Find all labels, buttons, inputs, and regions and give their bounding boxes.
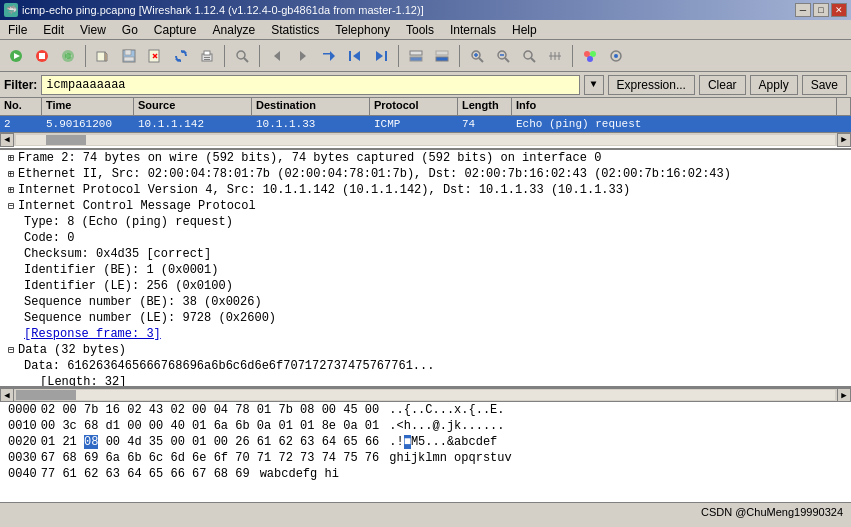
hex-row-3: 0030 67 68 69 6a 6b 6c 6d 6e 6f 70 71 72… (0, 450, 851, 466)
detail-id-le: Identifier (LE): 256 (0x0100) (0, 278, 851, 294)
svg-rect-33 (436, 51, 448, 55)
status-right: CSDN @ChuMeng19990324 (701, 506, 843, 518)
open-file-button[interactable] (91, 44, 115, 68)
maximize-button[interactable]: □ (813, 3, 829, 17)
response-frame-link[interactable]: [Response frame: 3] (24, 327, 161, 341)
code-text: Code: 0 (24, 231, 74, 245)
hex-bytes-3: 67 68 69 6a 6b 6c 6d 6e 6f 70 71 72 73 7… (41, 451, 379, 465)
detail-response-frame[interactable]: [Response frame: 3] (0, 326, 851, 342)
detail-frame[interactable]: ⊞ Frame 2: 74 bytes on wire (592 bits), … (0, 150, 851, 166)
close-button[interactable]: ✕ (831, 3, 847, 17)
col-length: Length (458, 98, 512, 115)
filter-input[interactable] (41, 75, 579, 95)
svg-marker-23 (274, 51, 280, 61)
zoom-in-button[interactable] (465, 44, 489, 68)
colorize-button[interactable] (578, 44, 602, 68)
col-destination: Destination (252, 98, 370, 115)
stop-capture-button[interactable] (30, 44, 54, 68)
packet-list-scrollbar-x[interactable]: ◀ ▶ (0, 132, 851, 146)
detail-ethernet[interactable]: ⊞ Ethernet II, Src: 02:00:04:78:01:7b (0… (0, 166, 851, 182)
clear-button[interactable]: Clear (699, 75, 746, 95)
hex-ascii-1: .<h...@.jk...... (389, 419, 504, 433)
col-source: Source (134, 98, 252, 115)
separator-3 (259, 45, 260, 67)
detail-scroll-thumb[interactable] (16, 390, 76, 400)
scroll-left-arrow[interactable]: ◀ (0, 133, 14, 147)
resize-columns-button[interactable] (543, 44, 567, 68)
restart-capture-button[interactable] (56, 44, 80, 68)
minimize-button[interactable]: ─ (795, 3, 811, 17)
menu-capture[interactable]: Capture (146, 20, 205, 39)
hex-bytes-1: 00 3c 68 d1 00 00 40 01 6a 6b 0a 01 01 8… (41, 419, 379, 433)
hex-ascii-0: ..{..C...x.{..E. (389, 403, 504, 417)
detail-scrollbar-x[interactable]: ◀ ▶ (0, 388, 851, 402)
icmp-expand-icon: ⊟ (8, 200, 14, 212)
checksum-text: Checksum: 0x4d35 [correct] (24, 247, 211, 261)
save-button[interactable]: Save (802, 75, 847, 95)
type-text: Type: 8 (Echo (ping) request) (24, 215, 233, 229)
detail-scroll-left[interactable]: ◀ (0, 388, 14, 402)
print-button[interactable] (195, 44, 219, 68)
scroll-right-arrow[interactable]: ▶ (837, 133, 851, 147)
packet-list: No. Time Source Destination Protocol Len… (0, 98, 851, 150)
expression-button[interactable]: Expression... (608, 75, 695, 95)
separator-1 (85, 45, 86, 67)
first-packet-button[interactable] (343, 44, 367, 68)
hex-row-2: 0020 01 21 08 00 4d 35 00 01 00 26 61 62… (0, 434, 851, 450)
save-file-button[interactable] (117, 44, 141, 68)
data-header-text: Data (32 bytes) (18, 343, 126, 357)
capture-options-button[interactable] (604, 44, 628, 68)
hex-ascii-2: .!■M5...&abcdef (389, 435, 497, 449)
svg-rect-11 (124, 57, 134, 61)
menu-help[interactable]: Help (504, 20, 545, 39)
svg-line-36 (479, 58, 483, 62)
menu-tools[interactable]: Tools (398, 20, 442, 39)
svg-point-52 (614, 54, 618, 58)
detail-data-header[interactable]: ⊟ Data (32 bytes) (0, 342, 851, 358)
toggle-capture-button[interactable] (404, 44, 428, 68)
close-file-button[interactable] (143, 44, 167, 68)
normal-size-button[interactable] (517, 44, 541, 68)
detail-scroll-track[interactable] (16, 390, 835, 400)
hex-offset-4: 0040 (8, 467, 37, 481)
menu-statistics[interactable]: Statistics (263, 20, 327, 39)
apply-button[interactable]: Apply (750, 75, 798, 95)
packet-row-1[interactable]: 2 5.90161200 10.1.1.142 10.1.1.33 ICMP 7… (0, 116, 851, 132)
hex-ascii-4: wabcdefg hi (260, 467, 339, 481)
scroll-track-x[interactable] (16, 135, 835, 145)
frame-text: Frame 2: 74 bytes on wire (592 bits), 74… (18, 151, 601, 165)
menu-go[interactable]: Go (114, 20, 146, 39)
detail-scroll-right[interactable]: ▶ (837, 388, 851, 402)
go-forward-button[interactable] (291, 44, 315, 68)
reload-button[interactable] (169, 44, 193, 68)
menu-file[interactable]: File (0, 20, 35, 39)
scroll-thumb-x[interactable] (46, 135, 86, 145)
last-packet-button[interactable] (369, 44, 393, 68)
detail-data-length: [Length: 32] (0, 374, 851, 388)
hex-bytes-2: 01 21 08 00 4d 35 00 01 00 26 61 62 63 6… (41, 435, 379, 449)
go-back-button[interactable] (265, 44, 289, 68)
svg-line-40 (505, 58, 509, 62)
filter-dropdown-button[interactable]: ▼ (584, 75, 604, 95)
data-length-text: [Length: 32] (40, 375, 126, 388)
svg-marker-30 (376, 51, 383, 61)
id-be-text: Identifier (BE): 1 (0x0001) (24, 263, 218, 277)
go-to-packet-button[interactable] (317, 44, 341, 68)
find-button[interactable] (230, 44, 254, 68)
frame-expand-icon: ⊞ (8, 152, 14, 164)
menu-internals[interactable]: Internals (442, 20, 504, 39)
menu-analyze[interactable]: Analyze (205, 20, 264, 39)
id-le-text: Identifier (LE): 256 (0x0100) (24, 279, 233, 293)
svg-line-22 (244, 58, 248, 62)
toggle-detail-button[interactable] (430, 44, 454, 68)
svg-point-6 (65, 53, 71, 59)
menu-edit[interactable]: Edit (35, 20, 72, 39)
menu-view[interactable]: View (72, 20, 114, 39)
start-capture-button[interactable] (4, 44, 28, 68)
svg-marker-28 (353, 51, 360, 61)
detail-icmp[interactable]: ⊟ Internet Control Message Protocol (0, 198, 851, 214)
zoom-out-button[interactable] (491, 44, 515, 68)
detail-ip[interactable]: ⊞ Internet Protocol Version 4, Src: 10.1… (0, 182, 851, 198)
separator-2 (224, 45, 225, 67)
menu-telephony[interactable]: Telephony (327, 20, 398, 39)
